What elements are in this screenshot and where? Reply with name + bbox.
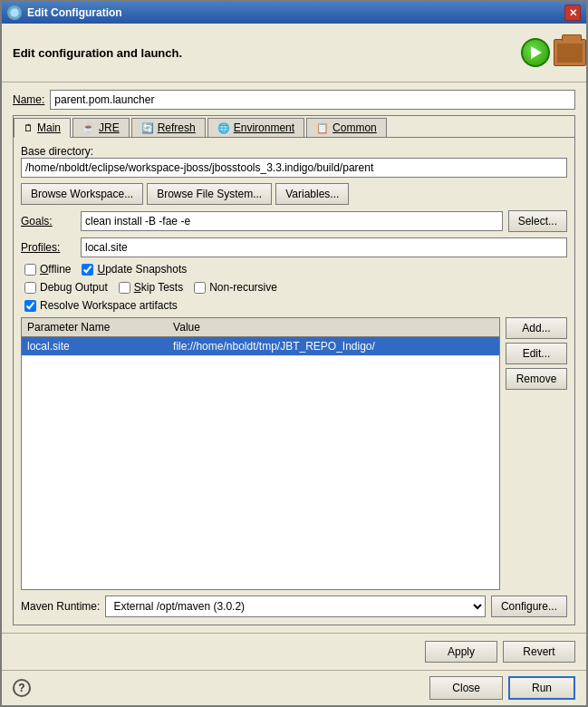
- run-circle-icon: [521, 38, 550, 67]
- revert-button[interactable]: Revert: [503, 641, 575, 663]
- debug-output-checkbox-item: Debug Output: [24, 281, 108, 294]
- tab-jre[interactable]: ☕ JRE: [72, 118, 130, 137]
- checkboxes-row-3: Resolve Workspace artifacts: [21, 299, 567, 312]
- goals-label: Goals:: [21, 215, 75, 228]
- update-snapshots-checkbox[interactable]: [82, 264, 93, 276]
- tab-refresh[interactable]: 🔄 Refresh: [131, 118, 206, 137]
- refresh-tab-icon: 🔄: [141, 122, 154, 134]
- profiles-label: Profiles:: [21, 241, 75, 254]
- header-description: Edit configuration and launch.: [13, 46, 182, 60]
- maven-runtime-row: Maven Runtime: External /opt/maven (3.0.…: [21, 596, 567, 617]
- parameters-section: Parameter Name Value local.site file://h…: [21, 317, 567, 590]
- panel-content: Base directory: Browse Workspace... Brow…: [14, 138, 574, 625]
- run-icon-area: [532, 31, 575, 74]
- debug-output-label: Debug Output: [40, 281, 108, 294]
- tab-common[interactable]: 📋 Common: [306, 118, 387, 137]
- jre-tab-icon: ☕: [82, 122, 95, 134]
- resolve-workspace-checkbox[interactable]: [24, 300, 36, 312]
- main-tab-label: Main: [37, 121, 61, 134]
- svg-point-0: [10, 8, 19, 17]
- close-label: Close: [452, 682, 480, 694]
- configure-button[interactable]: Configure...: [491, 596, 567, 617]
- config-panel: 🗒 Main ☕ JRE 🔄 Refresh 🌐 Environment 📋: [13, 115, 575, 625]
- goals-input[interactable]: [81, 211, 503, 231]
- help-icon[interactable]: ?: [13, 679, 31, 697]
- bottom-buttons: Apply Revert: [2, 633, 586, 670]
- params-table-wrapper: Parameter Name Value local.site file://h…: [21, 317, 500, 590]
- params-buttons: Add... Edit... Remove: [506, 317, 567, 590]
- param-value-cell: file://home/nboldt/tmp/JBT_REPO_Indigo/: [168, 337, 499, 356]
- maven-runtime-label: Maven Runtime:: [21, 600, 100, 613]
- offline-label: Offline: [40, 263, 71, 276]
- maven-runtime-select[interactable]: External /opt/maven (3.0.2): [105, 596, 486, 617]
- name-input[interactable]: [50, 90, 575, 110]
- checkboxes-row-1: Offline Update Snapshots: [21, 263, 567, 276]
- apply-button[interactable]: Apply: [425, 641, 497, 663]
- variables-label: Variables...: [285, 188, 339, 200]
- close-button[interactable]: Close: [429, 676, 503, 700]
- play-triangle: [531, 46, 542, 59]
- run-label: Run: [532, 682, 552, 694]
- skip-tests-checkbox-item: Skip Tests: [119, 281, 183, 294]
- environment-tab-icon: 🌐: [217, 122, 230, 134]
- remove-param-button[interactable]: Remove: [506, 368, 567, 390]
- common-tab-label: Common: [333, 121, 377, 134]
- close-button[interactable]: ✕: [564, 5, 581, 21]
- param-name-cell: local.site: [22, 337, 168, 356]
- tab-main[interactable]: 🗒 Main: [14, 118, 71, 138]
- revert-label: Revert: [523, 645, 554, 658]
- browse-workspace-label: Browse Workspace...: [31, 188, 133, 200]
- edit-configuration-window: Edit Configuration ✕ Edit configuration …: [0, 0, 588, 707]
- params-table: Parameter Name Value local.site file://h…: [22, 318, 499, 356]
- edit-param-button[interactable]: Edit...: [506, 343, 567, 364]
- debug-output-checkbox[interactable]: [24, 282, 36, 294]
- param-name-header: Parameter Name: [22, 318, 168, 337]
- update-snapshots-label: Update Snapshots: [97, 263, 187, 276]
- offline-checkbox-item: Offline: [24, 263, 71, 276]
- tab-environment[interactable]: 🌐 Environment: [207, 118, 304, 137]
- apply-label: Apply: [448, 645, 475, 658]
- run-button[interactable]: Run: [508, 676, 575, 700]
- window-title: Edit Configuration: [27, 6, 122, 19]
- non-recursive-checkbox[interactable]: [194, 282, 206, 294]
- non-recursive-checkbox-item: Non-recursive: [194, 281, 277, 294]
- footer: ? Close Run: [2, 670, 586, 705]
- edit-label: Edit...: [523, 347, 551, 360]
- main-tab-icon: 🗒: [24, 122, 34, 133]
- resolve-workspace-label: Resolve Workspace artifacts: [40, 299, 178, 312]
- add-param-button[interactable]: Add...: [506, 317, 567, 339]
- add-label: Add...: [522, 322, 550, 334]
- content-area: Name: 🗒 Main ☕ JRE 🔄 Refresh: [2, 82, 586, 633]
- select-button[interactable]: Select...: [508, 210, 567, 232]
- variables-button[interactable]: Variables...: [275, 183, 349, 205]
- common-tab-icon: 📋: [316, 122, 329, 134]
- profiles-input[interactable]: [81, 237, 567, 257]
- non-recursive-label: Non-recursive: [209, 281, 277, 294]
- skip-tests-checkbox[interactable]: [119, 282, 130, 294]
- base-dir-section: Base directory:: [21, 145, 567, 178]
- base-dir-input[interactable]: [21, 158, 567, 178]
- toolbox-icon: [554, 39, 586, 66]
- refresh-tab-label: Refresh: [158, 121, 196, 134]
- footer-button-group: Close Run: [429, 676, 575, 700]
- table-row[interactable]: local.site file://home/nboldt/tmp/JBT_RE…: [22, 337, 499, 356]
- profiles-row: Profiles:: [21, 237, 567, 257]
- name-row: Name:: [13, 90, 575, 110]
- tabs: 🗒 Main ☕ JRE 🔄 Refresh 🌐 Environment 📋: [14, 116, 574, 138]
- offline-checkbox[interactable]: [24, 264, 36, 276]
- browse-workspace-button[interactable]: Browse Workspace...: [21, 183, 143, 205]
- title-bar: Edit Configuration ✕: [2, 2, 586, 24]
- checkboxes-row-2: Debug Output Skip Tests Non-recursive: [21, 281, 567, 294]
- browse-filesystem-button[interactable]: Browse File System...: [147, 183, 272, 205]
- configure-label: Configure...: [501, 600, 557, 613]
- select-label: Select...: [518, 215, 557, 228]
- environment-tab-label: Environment: [234, 121, 294, 134]
- base-dir-label: Base directory:: [21, 145, 567, 158]
- window-icon: [7, 5, 22, 20]
- skip-tests-label: Skip Tests: [134, 281, 183, 294]
- jre-tab-label: JRE: [99, 121, 120, 134]
- resolve-workspace-checkbox-item: Resolve Workspace artifacts: [24, 299, 178, 312]
- browse-filesystem-label: Browse File System...: [157, 188, 262, 200]
- browse-button-row: Browse Workspace... Browse File System..…: [21, 183, 567, 205]
- goals-row: Goals: Select...: [21, 210, 567, 232]
